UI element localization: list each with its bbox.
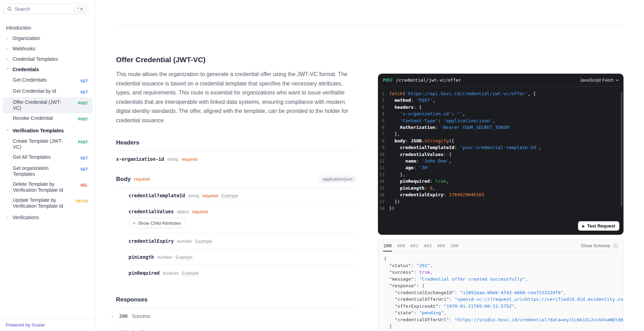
method-badge-get: GET bbox=[81, 154, 88, 161]
sidebar-item-label: Credential Templates bbox=[13, 56, 58, 62]
responses-list: ›200Success›400Bad Request›401Unauthoriz… bbox=[116, 308, 356, 331]
json-line: "success": true, bbox=[384, 269, 618, 276]
sidebar-item-get-credentials[interactable]: Get CredentialsGET bbox=[11, 75, 89, 86]
code-text: credentialValues: { bbox=[389, 151, 452, 158]
response-example-panel: 200400401403404500Show Schema { "status"… bbox=[378, 240, 624, 331]
example-link[interactable]: Example bbox=[175, 255, 192, 260]
code-line: 7 }, bbox=[378, 131, 624, 137]
param-line: pinLengthnumberExample bbox=[129, 254, 356, 260]
param-required: required bbox=[181, 157, 197, 162]
body-param-row-credentialvalues: credentialValuesobjectrequired+Show Chil… bbox=[129, 204, 356, 233]
line-number: 7 bbox=[378, 131, 389, 137]
body-section-title: Body bbox=[116, 176, 131, 183]
request-code-block: 1fetch('https://api.hovi.id/credential/j… bbox=[378, 87, 624, 212]
code-line: 1fetch('https://api.hovi.id/credential/j… bbox=[378, 90, 624, 97]
sidebar-item-get-all-templates[interactable]: Get All TemplatesGET bbox=[11, 152, 89, 163]
sidebar-item-revoke-credential[interactable]: Revoke CredentialPOST bbox=[11, 113, 89, 124]
code-text: headers: { bbox=[389, 104, 422, 110]
response-tab-400[interactable]: 400 bbox=[396, 240, 405, 251]
sidebar-item-label: Revoke Credential bbox=[13, 115, 53, 121]
code-line: 8 body: JSON.stringify({ bbox=[378, 138, 624, 144]
code-text: Authorization: 'Bearer YOUR_SECRET_TOKEN… bbox=[389, 124, 511, 131]
code-text: 'x-organization-id': '', bbox=[389, 110, 465, 117]
sidebar-item-get-credential-by-id[interactable]: Get Credential by IdGET bbox=[11, 86, 89, 97]
param-type: number bbox=[157, 255, 172, 260]
sidebar-item-get-organization-templates[interactable]: Get organization TemplatesGET bbox=[11, 163, 89, 179]
chevron-right-icon: › bbox=[6, 57, 10, 61]
sidebar-item-verification-templates[interactable]: ›Verification Templates bbox=[3, 125, 89, 136]
body-param-row-pinrequired: pinRequiredbooleanExample bbox=[129, 265, 356, 281]
sidebar-item-label: Get Credentials bbox=[13, 77, 47, 83]
sidebar-group-credentials: Get CredentialsGETGet Credential by IdGE… bbox=[11, 75, 89, 124]
sidebar-item-label: Get All Templates bbox=[13, 154, 51, 160]
json-line: "status": "201", bbox=[384, 262, 618, 269]
method-badge-post: POST bbox=[78, 138, 88, 145]
code-text: pinLength: 6, bbox=[389, 185, 435, 191]
powered-by-scalar-link[interactable]: Powered by Scalar bbox=[6, 322, 45, 328]
code-text: age: '30' bbox=[389, 164, 430, 171]
response-label: Bad Request bbox=[132, 330, 160, 331]
example-link[interactable]: Example bbox=[221, 193, 238, 199]
code-line: 15 pinLength: 6, bbox=[378, 185, 624, 191]
response-code: 200 bbox=[119, 313, 127, 319]
response-tab-401[interactable]: 401 bbox=[410, 240, 419, 251]
show-child-attributes-label: Show Child Attributes bbox=[138, 221, 181, 226]
sidebar-item-create-template-jwt-vc[interactable]: Create Template (JWT-VC)POST bbox=[11, 136, 89, 152]
chevron-down-icon bbox=[616, 79, 619, 81]
show-schema-toggle[interactable] bbox=[613, 243, 618, 248]
example-link[interactable]: Example bbox=[195, 239, 212, 244]
search-placeholder: Search bbox=[15, 6, 30, 12]
sidebar-item-offer-credential-jwt-vc[interactable]: Offer Credential (JWT-VC)POST bbox=[3, 97, 93, 113]
response-tab-403[interactable]: 403 bbox=[423, 240, 432, 251]
code-line: 2 method: 'POST', bbox=[378, 97, 624, 104]
param-line: credentialExpirynumberExample bbox=[129, 238, 356, 244]
line-number: 14 bbox=[378, 178, 389, 184]
sidebar-item-credential-templates[interactable]: ›Credential Templates bbox=[3, 54, 89, 64]
response-tab-200[interactable]: 200 bbox=[383, 240, 392, 251]
sidebar-item-update-template-by-verification-template-id[interactable]: Update Template by Verification Template… bbox=[11, 195, 89, 211]
line-number: 5 bbox=[378, 117, 389, 124]
code-line: 12 age: '30' bbox=[378, 164, 624, 171]
response-tab-404[interactable]: 404 bbox=[437, 240, 445, 251]
search-shortcut-badge: ^ K bbox=[74, 6, 86, 12]
content-type-pill: application/json bbox=[319, 175, 356, 183]
response-tab-500[interactable]: 500 bbox=[450, 240, 459, 251]
response-json-block: { "status": "201", "success": true, "mes… bbox=[378, 252, 623, 331]
param-required: required bbox=[202, 193, 218, 198]
response-row-400[interactable]: ›400Bad Request bbox=[116, 324, 356, 331]
line-number: 18 bbox=[378, 205, 389, 212]
json-line: "credentialOfferUri": "openid-vc://?requ… bbox=[384, 296, 618, 303]
line-number: 13 bbox=[378, 171, 389, 178]
code-text: fetch('https://api.hovi.id/credential/jw… bbox=[389, 90, 536, 97]
sidebar-item-credentials[interactable]: ›Credentials bbox=[3, 64, 89, 75]
sidebar-item-introduction[interactable]: Introduction bbox=[3, 23, 89, 33]
response-row-200[interactable]: ›200Success bbox=[116, 308, 356, 324]
code-text: }, bbox=[389, 131, 400, 137]
param-name: pinRequired bbox=[129, 270, 159, 276]
code-text: credentialTemplateId: 'your-credential-t… bbox=[389, 144, 541, 151]
param-required: required bbox=[192, 209, 208, 214]
search-input[interactable]: Search ^ K bbox=[3, 3, 88, 14]
sidebar-item-organization[interactable]: ›Organization bbox=[3, 33, 89, 43]
language-selector[interactable]: JavaScript Fetch bbox=[580, 77, 619, 83]
show-child-attributes-button[interactable]: +Show Child Attributes bbox=[129, 218, 186, 228]
sidebar-item-verifications[interactable]: ›Verifications bbox=[3, 212, 89, 223]
main-area: Offer Credential (JWT-VC) This route all… bbox=[96, 0, 644, 331]
sidebar-item-delete-template-by-verification-template-id[interactable]: Delete Template by Verification Template… bbox=[11, 179, 89, 195]
example-link[interactable]: Example bbox=[182, 271, 199, 276]
sidebar-item-label: Verifications bbox=[13, 215, 39, 220]
test-request-button[interactable]: ▶ Test Request bbox=[578, 221, 619, 231]
endpoint-doc-column: Offer Credential (JWT-VC) This route all… bbox=[116, 0, 356, 331]
sidebar-item-label: Credentials bbox=[13, 67, 39, 72]
chevron-right-icon: › bbox=[6, 216, 10, 219]
json-line: "offerExpiresAt": "1970-01-21T09:00:31.5… bbox=[384, 303, 618, 310]
code-scrollbar[interactable] bbox=[621, 92, 622, 206]
line-number: 15 bbox=[378, 185, 389, 191]
code-text: 'Content-Type': 'application/json', bbox=[389, 117, 495, 124]
chevron-right-icon: › bbox=[6, 47, 10, 50]
sidebar-item-label: Introduction bbox=[6, 25, 31, 31]
sidebar-item-webhooks[interactable]: ›Webhooks bbox=[3, 43, 89, 54]
json-line: "state": "pending", bbox=[384, 309, 618, 316]
code-text: body: JSON.stringify({ bbox=[389, 138, 454, 144]
code-line: 10 credentialValues: { bbox=[378, 151, 624, 158]
